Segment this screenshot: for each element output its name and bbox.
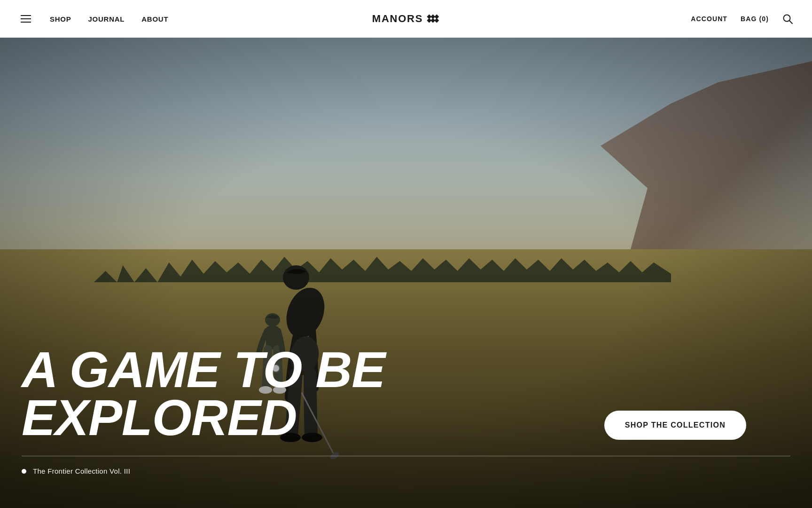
nav-link-about[interactable]: ABOUT (141, 15, 168, 23)
nav-left: SHOP JOURNAL ABOUT (19, 13, 168, 24)
navbar: SHOP JOURNAL ABOUT MANORS ACCOUNT BAG (0… (0, 0, 812, 38)
headline-line1: A GAME TO BE EXPLORED (22, 346, 385, 442)
nav-link-bag[interactable]: BAG (0) (741, 15, 769, 23)
caption-text: The Frontier Collection Vol. III (33, 467, 130, 475)
nav-link-journal[interactable]: JOURNAL (88, 15, 125, 23)
brand-logo[interactable]: MANORS (372, 12, 440, 25)
hero-section: A GAME TO BE EXPLORED SHOP THE COLLECTIO… (0, 38, 812, 508)
caption-dot (22, 469, 26, 474)
hero-caption: The Frontier Collection Vol. III (22, 467, 130, 475)
svg-rect-5 (435, 15, 439, 19)
shop-collection-button[interactable]: SHOP THE COLLECTION (604, 411, 746, 440)
nav-link-shop[interactable]: SHOP (50, 15, 71, 23)
hero-headline: A GAME TO BE EXPLORED (22, 346, 385, 442)
brand-name: MANORS (372, 13, 423, 25)
hamburger-menu-button[interactable] (19, 13, 33, 24)
hero-divider (22, 456, 790, 456)
nav-link-account[interactable]: ACCOUNT (691, 15, 727, 23)
svg-line-7 (789, 21, 792, 24)
nav-right: ACCOUNT BAG (0) (691, 13, 793, 24)
search-icon (782, 14, 793, 24)
logo-icon (427, 12, 440, 25)
search-button[interactable] (782, 13, 793, 24)
